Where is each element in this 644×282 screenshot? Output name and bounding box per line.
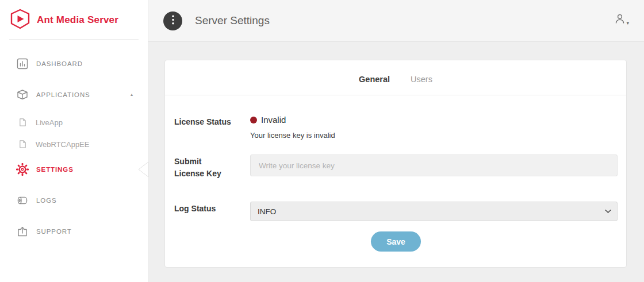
- sidebar-item-settings[interactable]: SETTINGS: [0, 158, 148, 181]
- license-status-row: License Status Invalid Your license key …: [174, 115, 618, 140]
- app-window: Ant Media Server DASHBOARD: [0, 0, 644, 282]
- save-button[interactable]: Save: [371, 231, 421, 252]
- menu-toggle-button[interactable]: [163, 11, 182, 30]
- sidebar-item-liveapp[interactable]: LiveApp: [0, 114, 148, 130]
- sidebar-item-label: LiveApp: [36, 118, 63, 127]
- license-key-input[interactable]: [250, 154, 618, 176]
- file-icon: [17, 118, 28, 127]
- sidebar-item-label: SUPPORT: [36, 228, 72, 235]
- main-area: Server Settings ▾ General Users: [148, 0, 644, 282]
- sidebar-item-webrtcappee[interactable]: WebRTCAppEE: [0, 136, 148, 152]
- license-status-line: Invalid: [250, 115, 618, 125]
- log-status-label: Log Status: [174, 202, 250, 215]
- log-status-row: Log Status INFO: [174, 202, 618, 221]
- active-item-notch: [136, 160, 150, 179]
- sidebar-nav: DASHBOARD APPLICATIONS ▴: [0, 40, 148, 243]
- tab-bar: General Users: [165, 60, 626, 95]
- support-icon: [16, 226, 29, 237]
- status-dot-icon: [250, 117, 257, 123]
- user-menu[interactable]: ▾: [614, 13, 629, 28]
- sidebar-item-label: DASHBOARD: [36, 60, 83, 67]
- brand-name: Ant Media Server: [37, 14, 118, 26]
- license-status-label: License Status: [174, 115, 250, 128]
- applications-icon: [16, 89, 29, 101]
- file-icon: [17, 140, 28, 149]
- page-title: Server Settings: [195, 14, 270, 27]
- sidebar-item-applications[interactable]: APPLICATIONS ▴: [0, 83, 148, 106]
- settings-form: License Status Invalid Your license key …: [165, 95, 626, 252]
- license-key-label: Submit License Key: [174, 154, 250, 180]
- brand-logo[interactable]: Ant Media Server: [0, 0, 148, 39]
- license-key-row: Submit License Key: [174, 154, 618, 180]
- sidebar-item-label: LOGS: [36, 197, 57, 204]
- dashboard-icon: [16, 58, 29, 69]
- sidebar-item-label: SETTINGS: [36, 166, 74, 173]
- log-status-select-wrap: INFO: [250, 202, 618, 221]
- sidebar-item-label: WebRTCAppEE: [36, 140, 89, 149]
- log-status-select[interactable]: INFO: [250, 202, 618, 221]
- license-key-field-col: [250, 154, 618, 176]
- settings-card: General Users License Status Invalid You…: [164, 60, 627, 268]
- logs-icon: [16, 195, 29, 206]
- sidebar-item-logs[interactable]: LOGS: [0, 189, 148, 212]
- vertical-dots-icon: [172, 15, 174, 26]
- caret-up-icon: ▴: [131, 92, 133, 97]
- user-icon: [614, 13, 626, 27]
- sidebar-item-label: APPLICATIONS: [36, 91, 90, 98]
- license-status-value: Invalid: [261, 115, 286, 125]
- top-header: Server Settings ▾: [148, 0, 644, 42]
- tab-general[interactable]: General: [359, 75, 390, 84]
- ant-media-logo-icon: [9, 9, 31, 32]
- sidebar: Ant Media Server DASHBOARD: [0, 0, 148, 282]
- caret-down-icon: ▾: [626, 21, 629, 27]
- content-area: General Users License Status Invalid You…: [148, 42, 644, 282]
- settings-gear-icon: [16, 163, 29, 176]
- tab-users[interactable]: Users: [411, 75, 432, 84]
- license-status-message: Your license key is invalid: [250, 131, 618, 140]
- sidebar-item-dashboard[interactable]: DASHBOARD: [0, 52, 148, 75]
- license-status-value-group: Invalid Your license key is invalid: [250, 115, 618, 140]
- sidebar-item-support[interactable]: SUPPORT: [0, 220, 148, 243]
